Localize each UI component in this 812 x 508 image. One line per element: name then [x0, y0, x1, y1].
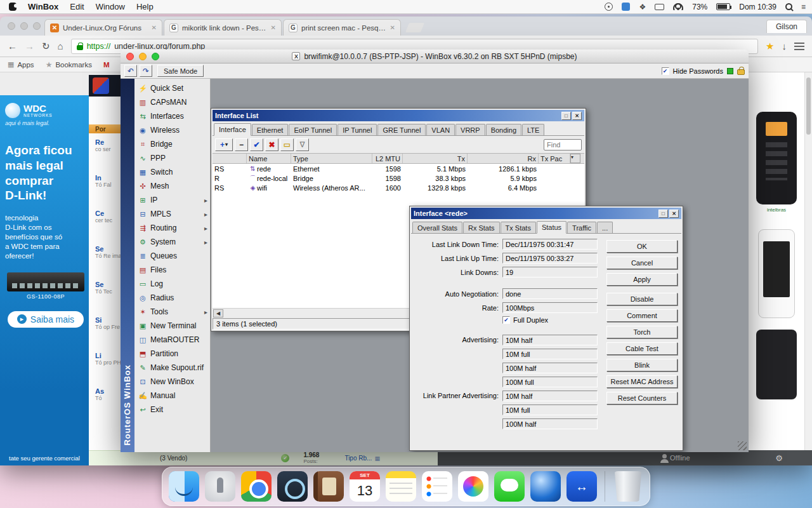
- enable-button[interactable]: ✔: [250, 138, 263, 151]
- sidebar-menu-item[interactable]: ✍ Manual: [134, 389, 210, 403]
- dialog-button[interactable]: OK: [606, 240, 678, 253]
- maximize-icon[interactable]: □: [561, 112, 571, 120]
- interface-list-tab[interactable]: EoIP Tunnel: [289, 124, 337, 135]
- dialog-tab[interactable]: ...: [597, 222, 613, 233]
- scroll-left-icon[interactable]: ◀: [213, 309, 223, 318]
- interface-row[interactable]: R ⌒rede-local Bridge 1598 38.3 kbps 5.9 …: [213, 173, 584, 183]
- sidebar-menu-item[interactable]: ⚙ System ▸: [134, 235, 210, 249]
- download-icon[interactable]: ↓: [782, 41, 787, 51]
- menubar-menu[interactable]: Window: [96, 2, 125, 11]
- sidebar-menu-item[interactable]: ≣ Queues: [134, 249, 210, 263]
- dialog-button[interactable]: Apply: [606, 273, 678, 286]
- interface-list-tab[interactable]: Bonding: [486, 124, 521, 135]
- sidebar-menu-item[interactable]: ✎ Make Supout.rif: [134, 361, 210, 375]
- photos-icon[interactable]: [458, 471, 488, 502]
- interface-list-tab[interactable]: Ethernet: [252, 124, 289, 135]
- l2mtu-column-header[interactable]: L2 MTU: [372, 154, 403, 163]
- menubar-clock[interactable]: Dom 10:39: [739, 3, 776, 11]
- browser-tab[interactable]: G mikoritk link down - Pesquis: [164, 19, 282, 36]
- sidebar-menu-item[interactable]: ▤ Files: [134, 263, 210, 277]
- dialog-button[interactable]: Cancel: [606, 257, 678, 269]
- undo-button[interactable]: ↶: [124, 65, 137, 77]
- resize-grip[interactable]: [738, 441, 747, 450]
- dialog-button[interactable]: Reset Counters: [606, 392, 678, 404]
- page-scrollbar[interactable]: [804, 72, 812, 465]
- sidebar-menu-item[interactable]: ▭ Log: [134, 277, 210, 291]
- window-minimize-button[interactable]: [139, 53, 147, 60]
- calendar-icon[interactable]: SET 13: [350, 471, 380, 502]
- interface-row[interactable]: RS ⇅rede Ethernet 1598 5.1 Mbps 1286.1 k…: [213, 164, 584, 173]
- sidebar-menu-item[interactable]: ⊡ New WinBox: [134, 375, 210, 389]
- sidebar-menu-item[interactable]: ✣ Mesh: [134, 179, 210, 193]
- home-icon[interactable]: ⌂: [58, 41, 63, 51]
- sidebar-menu-item[interactable]: ⇶ Routing ▸: [134, 221, 210, 235]
- window-close-button[interactable]: [126, 53, 134, 60]
- chrome-menu-icon[interactable]: [794, 43, 804, 50]
- reload-icon[interactable]: ↻: [42, 41, 50, 52]
- tx-column-header[interactable]: Tx: [403, 154, 468, 163]
- scrollbar-thumb[interactable]: [806, 77, 811, 135]
- contacts-icon[interactable]: [313, 471, 344, 502]
- txpac-column-header[interactable]: Tx Pac: [539, 154, 570, 163]
- dialog-button[interactable]: Reset MAC Address: [606, 375, 678, 388]
- interface-list-title-bar[interactable]: Interface List □ ✕: [213, 110, 584, 121]
- bookmark-star-icon[interactable]: ★: [766, 41, 774, 52]
- sidebar-menu-item[interactable]: ⊞ IP ▸: [134, 193, 210, 207]
- dialog-tab[interactable]: Traffic: [567, 222, 596, 233]
- smartphone-image[interactable]: [758, 229, 795, 318]
- chrome-minimize-button[interactable]: [20, 22, 28, 30]
- find-input[interactable]: [544, 139, 582, 150]
- topic-link[interactable]: Tipo Rb... ▦: [344, 455, 380, 462]
- name-column-header[interactable]: Name: [247, 154, 291, 163]
- sidebar-menu-item[interactable]: ◎ Radius: [134, 291, 210, 305]
- sidebar-menu-item[interactable]: ▥ CAPsMAN: [134, 95, 210, 109]
- interface-row[interactable]: RS ◈wifi Wireless (Atheros AR... 1600 13…: [213, 183, 584, 192]
- sidebar-menu-item[interactable]: ⌗ Bridge: [134, 137, 210, 151]
- dropbox-icon[interactable]: ❖: [639, 3, 646, 11]
- chrome-icon[interactable]: [241, 471, 272, 502]
- dialog-tab[interactable]: Status: [537, 221, 566, 234]
- dialog-button[interactable]: Blink: [606, 359, 678, 371]
- settings-gear-icon[interactable]: ⚙: [775, 453, 783, 463]
- type-column-header[interactable]: Type: [291, 154, 372, 163]
- sidebar-menu-item[interactable]: ✶ Tools ▸: [134, 305, 210, 319]
- close-icon[interactable]: ✕: [572, 112, 582, 120]
- display-icon[interactable]: [655, 4, 664, 10]
- window-zoom-button[interactable]: [152, 53, 159, 60]
- remove-interface-button[interactable]: −: [235, 138, 248, 151]
- spotlight-icon[interactable]: [785, 3, 792, 10]
- menubar-menu[interactable]: Help: [136, 2, 154, 11]
- safe-mode-button[interactable]: Safe Mode: [157, 65, 204, 77]
- trash-icon[interactable]: [613, 471, 643, 502]
- sidebar-menu-item[interactable]: ⚡ Quick Set: [134, 81, 210, 95]
- browser-tab[interactable]: ✕ Under-Linux.Org Fóruns: [44, 19, 162, 36]
- close-icon[interactable]: ✕: [669, 210, 679, 218]
- redo-button[interactable]: ↷: [140, 65, 152, 77]
- phone-image[interactable]: [756, 112, 797, 204]
- wifi-icon[interactable]: [673, 3, 683, 10]
- apple-menu-icon[interactable]: [9, 3, 16, 11]
- apps-shortcut[interactable]: ▦ Apps: [8, 60, 34, 69]
- interface-list-tab[interactable]: VLAN: [426, 124, 455, 135]
- teamviewer-icon[interactable]: ↔: [566, 471, 597, 502]
- chrome-zoom-button[interactable]: [33, 22, 41, 30]
- new-tab-button[interactable]: [405, 23, 424, 32]
- flags-column-header[interactable]: [213, 154, 247, 163]
- launchpad-icon[interactable]: [205, 471, 235, 502]
- reminders-icon[interactable]: [422, 471, 452, 502]
- bookmark-item[interactable]: M: [103, 61, 110, 69]
- back-icon[interactable]: ←: [8, 41, 17, 51]
- dialog-tab[interactable]: Rx Stats: [463, 222, 500, 233]
- app-status-icon[interactable]: [622, 3, 630, 11]
- interface-list-tab[interactable]: Interface: [214, 123, 251, 136]
- forward-icon[interactable]: →: [25, 41, 34, 51]
- interface-list-tab[interactable]: VRRP: [455, 124, 485, 135]
- phone-image-2[interactable]: [756, 330, 797, 399]
- bookmarks-shortcut[interactable]: ★ Bookmarks: [46, 60, 92, 69]
- saiba-mais-button[interactable]: ▶ Saiba mais: [8, 311, 84, 328]
- menubar-menu[interactable]: Edit: [70, 2, 84, 11]
- full-duplex-checkbox[interactable]: ✔: [502, 316, 510, 324]
- dialog-button[interactable]: Disable: [606, 293, 678, 305]
- preview-icon[interactable]: [277, 471, 308, 502]
- sidebar-menu-item[interactable]: ⇆ Interfaces: [134, 109, 210, 123]
